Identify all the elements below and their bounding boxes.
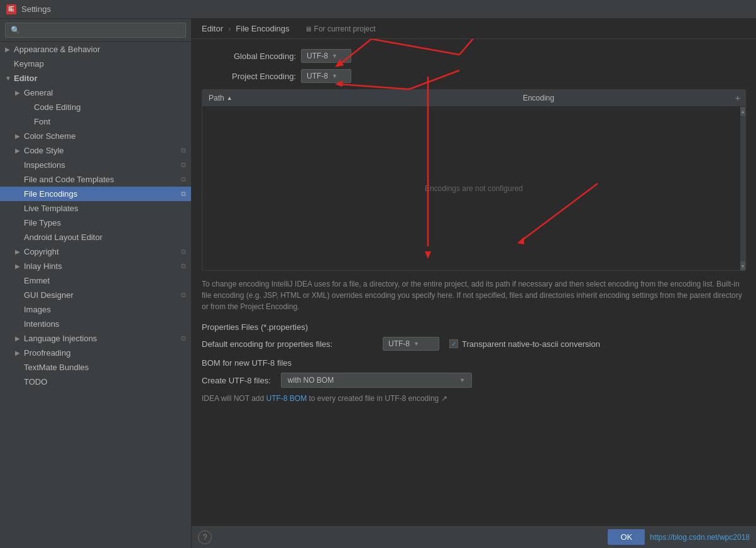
sidebar-item-label: Android Layout Editor xyxy=(24,233,102,242)
arrow-placeholder xyxy=(15,378,21,385)
sidebar-item-label: Images xyxy=(24,305,51,314)
sidebar-item-label: TODO xyxy=(24,377,47,386)
ok-button[interactable]: OK xyxy=(608,529,645,545)
table-scrollbar[interactable]: ▲ ▼ xyxy=(740,107,745,270)
arrow-icon: ▼ xyxy=(5,75,11,82)
sidebar-item-label: Font xyxy=(34,117,50,126)
arrow-placeholder xyxy=(15,176,21,183)
sidebar-item-label: Color Scheme xyxy=(24,131,75,141)
dropdown-arrow-icon: ▼ xyxy=(459,377,465,383)
sidebar-item-inspections[interactable]: Inspections ⧉ xyxy=(0,158,191,172)
sidebar-item-proofreading[interactable]: ▶ Proofreading xyxy=(0,346,191,360)
status-url: https://blog.csdn.net/wpc2018 xyxy=(650,533,750,542)
properties-section-title: Properties Files (*.properties) xyxy=(202,322,746,332)
copy-icon: ⧉ xyxy=(181,175,186,184)
bom-dropdown[interactable]: with NO BOM ▼ xyxy=(281,373,472,388)
encoding-col-label: Encoding xyxy=(523,94,554,102)
sidebar-item-file-code-templates[interactable]: File and Code Templates ⧉ xyxy=(0,172,191,187)
sidebar-item-code-style[interactable]: ▶ Code Style ⧉ xyxy=(0,143,191,158)
sidebar-item-file-types[interactable]: File Types xyxy=(0,216,191,230)
sidebar-item-label: Live Templates xyxy=(24,204,78,213)
sidebar-item-intentions[interactable]: Intentions xyxy=(0,317,191,331)
sidebar-item-color-scheme[interactable]: ▶ Color Scheme xyxy=(0,129,191,143)
copy-icon: ⧉ xyxy=(181,291,186,299)
sidebar-item-label: Intentions xyxy=(24,319,59,329)
sidebar-item-language-injections[interactable]: ▶ Language Injections ⧉ xyxy=(0,331,191,346)
project-encoding-dropdown[interactable]: UTF-8 ▼ xyxy=(301,69,351,83)
scrollbar-up-btn[interactable]: ▲ xyxy=(740,107,745,116)
sidebar-item-file-encodings[interactable]: File Encodings ⧉ xyxy=(0,187,191,201)
arrow-placeholder xyxy=(15,364,21,371)
titlebar: IE Settings xyxy=(0,0,756,19)
sidebar-item-font[interactable]: Font xyxy=(0,114,191,129)
app-icon: IE xyxy=(6,4,16,14)
arrow-icon: ▶ xyxy=(15,335,21,342)
add-encoding-button[interactable]: + xyxy=(730,90,745,106)
sidebar-item-gui-designer[interactable]: GUI Designer ⧉ xyxy=(0,288,191,302)
copy-icon: ⧉ xyxy=(181,248,186,256)
sidebar-item-code-editing[interactable]: Code Editing xyxy=(0,100,191,114)
scrollbar-down-btn[interactable]: ▼ xyxy=(740,261,745,270)
arrow-placeholder xyxy=(15,190,21,197)
arrow-placeholder xyxy=(15,321,21,327)
copy-icon: ⧉ xyxy=(181,334,186,342)
sidebar-item-label: Appearance & Behavior xyxy=(14,45,100,54)
properties-encoding-value: UTF-8 xyxy=(388,339,410,348)
table-empty-message: Encodings are not configured xyxy=(425,184,523,193)
sidebar-item-emmet[interactable]: Emmet xyxy=(0,273,191,288)
for-current-project-link[interactable]: 🖥 For current project xyxy=(305,25,376,33)
encodings-table: Path ▲ Encoding + Encodings are not conf… xyxy=(202,89,746,271)
project-encoding-value: UTF-8 xyxy=(307,72,328,80)
main-container: ▶ Appearance & Behavior Keymap ▼ Editor … xyxy=(0,19,756,548)
sidebar-item-label: Code Editing xyxy=(34,102,80,112)
project-icon: 🖥 xyxy=(305,25,312,33)
global-encoding-dropdown[interactable]: UTF-8 ▼ xyxy=(301,49,351,63)
sidebar-item-label: Code Style xyxy=(24,146,64,155)
table-header-encoding: Encoding xyxy=(517,90,730,106)
properties-encoding-dropdown[interactable]: UTF-8 ▼ xyxy=(383,337,439,351)
utf8-bom-link[interactable]: UTF-8 BOM xyxy=(266,394,307,403)
arrow-icon: ▶ xyxy=(15,248,21,255)
sidebar-item-general[interactable]: ▶ General xyxy=(0,85,191,100)
arrow-placeholder xyxy=(15,205,21,212)
dropdown-arrow-icon: ▼ xyxy=(414,341,419,347)
table-body: Encodings are not configured ▲ ▼ xyxy=(202,107,745,270)
sidebar-item-appearance[interactable]: ▶ Appearance & Behavior xyxy=(0,42,191,57)
dialog-buttons: OK https://blog.csdn.net/wpc2018 xyxy=(608,529,750,545)
for-project-label: For current project xyxy=(314,25,376,33)
sidebar-item-images[interactable]: Images xyxy=(0,302,191,317)
arrow-icon: ▶ xyxy=(15,147,21,154)
default-encoding-row: Default encoding for properties files: U… xyxy=(202,337,746,351)
arrow-icon: ▶ xyxy=(15,349,21,356)
sidebar-item-editor[interactable]: ▼ Editor xyxy=(0,71,191,85)
encodings-table-wrapper: Path ▲ Encoding + Encodings are not conf… xyxy=(202,89,746,271)
sidebar-item-textmate-bundles[interactable]: TextMate Bundles xyxy=(0,360,191,375)
arrow-icon: ▶ xyxy=(15,133,21,140)
window-title: Settings xyxy=(21,4,51,14)
project-encoding-row: Project Encoding: UTF-8 ▼ xyxy=(202,69,746,83)
sidebar-item-keymap[interactable]: Keymap xyxy=(0,57,191,71)
sidebar-item-android-layout-editor[interactable]: Android Layout Editor xyxy=(0,230,191,244)
sidebar-item-inlay-hints[interactable]: ▶ Inlay Hints ⧉ xyxy=(0,259,191,273)
sidebar-item-label: GUI Designer xyxy=(24,290,74,300)
arrow-icon: ▶ xyxy=(15,89,21,96)
search-input[interactable] xyxy=(5,23,186,38)
path-col-label: Path xyxy=(209,94,224,102)
sidebar-item-copyright[interactable]: ▶ Copyright ⧉ xyxy=(0,244,191,259)
bottom-bar: ? OK https://blog.csdn.net/wpc2018 xyxy=(192,525,756,548)
breadcrumb-parent[interactable]: Editor xyxy=(202,24,223,33)
dropdown-arrow-icon: ▼ xyxy=(332,53,337,59)
breadcrumb-current: File Encodings xyxy=(236,24,289,33)
sidebar-item-label: File Types xyxy=(24,218,61,227)
help-button[interactable]: ? xyxy=(198,530,212,544)
idea-note-suffix: to every created file in UTF-8 encoding … xyxy=(307,394,447,403)
arrow-placeholder xyxy=(15,219,21,226)
transparent-conversion-label: Transparent native-to-ascii conversion xyxy=(462,339,600,349)
sidebar-item-todo[interactable]: TODO xyxy=(0,375,191,389)
sidebar-item-live-templates[interactable]: Live Templates xyxy=(0,201,191,216)
sidebar-item-label: Copyright xyxy=(24,247,59,256)
arrow-placeholder xyxy=(25,118,31,125)
transparent-conversion-checkbox[interactable]: ✓ xyxy=(449,339,458,348)
settings-body: Global Encoding: UTF-8 ▼ Project Encodin… xyxy=(192,39,756,525)
bom-value: with NO BOM xyxy=(288,376,334,385)
